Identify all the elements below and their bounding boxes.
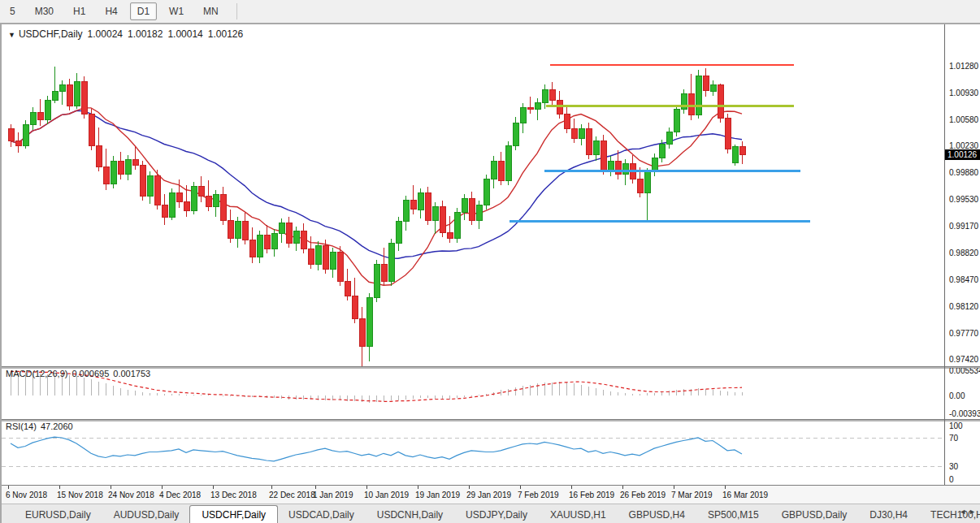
macd-indicator-label: MACD(12,26,9)0.0006950.001753 [6, 369, 150, 378]
ohlc-close: 1.00126 [208, 28, 243, 40]
x-axis-label: 16 Feb 2019 [569, 491, 614, 499]
current-price-badge: 1.00126 [945, 149, 980, 160]
x-axis-tick [111, 486, 111, 489]
y-axis-label: 0.98120 [949, 302, 978, 311]
price-axis-border [944, 24, 945, 485]
x-axis-label: 29 Jan 2019 [466, 491, 511, 499]
chart-tab-xauusd-h1[interactable]: XAUUSD,H1 [540, 507, 617, 523]
y-axis-label: 1.01280 [949, 62, 978, 71]
timeframe-toolbar: 5M30H1H4D1W1MN [0, 0, 980, 24]
mt4-application: 5M30H1H4D1W1MN ▼USDCHF,Daily1.000241.001… [0, 0, 980, 523]
tab-scroll-right-icon[interactable]: ► [969, 508, 978, 516]
x-axis-tick [622, 486, 623, 489]
x-axis-tick [674, 486, 674, 489]
chart-title: ▼USDCHF,Daily1.000241.001821.000141.0012… [8, 28, 243, 40]
tf-button-h4[interactable]: H4 [98, 2, 124, 20]
chart-tab-usdjpy-daily[interactable]: USDJPY,Daily [455, 507, 538, 523]
ohlc-high: 1.00182 [128, 28, 163, 40]
chart-tab-bar: EURUSD,DailyAUDUSD,DailyUSDCHF,DailyUSDC… [2, 504, 980, 523]
y-axis-label: 0.99170 [949, 222, 978, 231]
y-axis-label: 0.99530 [949, 195, 978, 204]
rsi-panel-canvas[interactable] [2, 421, 944, 485]
toolbar-separator [236, 3, 237, 19]
chart-tab-eurusd-daily[interactable]: EURUSD,Daily [15, 507, 102, 523]
x-axis-tick [271, 486, 272, 489]
rsi-axis-label: 100 [949, 421, 963, 430]
x-axis-label: 15 Nov 2018 [57, 491, 103, 499]
tf-button-m30[interactable]: M30 [28, 2, 61, 20]
chart-window: ▼USDCHF,Daily1.000241.001821.000141.0012… [0, 23, 980, 523]
y-axis-label: 0.97420 [949, 355, 978, 364]
x-axis-label: 13 Dec 2018 [210, 491, 257, 499]
x-axis-tick [59, 486, 60, 489]
rsi-axis-label: 0 [949, 475, 954, 484]
tf-button-5[interactable]: 5 [2, 2, 23, 20]
tab-scroll-buttons: ◄► [959, 508, 978, 516]
ohlc-open: 1.00024 [88, 28, 123, 40]
y-axis-label: 0.98470 [949, 275, 978, 284]
x-axis-tick [469, 486, 470, 489]
y-axis-label: 0.99880 [949, 168, 978, 177]
macd-axis[interactable]: 0.0055340.00-0.003936 [947, 368, 980, 419]
tf-button-mn[interactable]: MN [196, 2, 226, 20]
x-axis-tick [571, 486, 572, 489]
x-axis-tick [725, 486, 726, 489]
tf-button-h1[interactable]: H1 [66, 2, 93, 20]
chart-dropdown-icon[interactable]: ▼ [8, 31, 15, 39]
chart-tab-sp500-m15[interactable]: SP500,M15 [697, 507, 770, 523]
price-axis[interactable]: 1.012801.009301.005801.002300.998800.995… [947, 24, 980, 366]
x-axis-tick [418, 486, 418, 489]
x-axis-label: 7 Mar 2019 [671, 491, 713, 499]
tf-button-d1[interactable]: D1 [130, 2, 157, 20]
x-axis-label: 19 Jan 2019 [415, 491, 460, 499]
chart-tab-usdchf-daily[interactable]: USDCHF,Daily [189, 505, 278, 523]
chart-tab-gbpusd-h4[interactable]: GBPUSD,H4 [618, 507, 696, 523]
rsi-axis-label: 30 [949, 462, 958, 471]
macd-axis-label: 0.00 [949, 391, 965, 400]
chart-tab-usdcnh-daily[interactable]: USDCNH,Daily [366, 507, 453, 523]
x-axis-label: 1 Jan 2019 [313, 491, 353, 499]
symbol-period-label: USDCHF,Daily [19, 28, 83, 40]
panel-splitter[interactable] [2, 419, 980, 421]
macd-axis-label: -0.003936 [949, 409, 980, 418]
y-axis-label: 1.00930 [949, 89, 978, 97]
x-axis-tick [366, 486, 367, 489]
rsi-axis[interactable]: 10070300 [947, 421, 980, 485]
x-axis-label: 4 Dec 2018 [159, 491, 201, 499]
y-axis-label: 1.00580 [949, 115, 978, 124]
x-axis-tick [8, 486, 9, 489]
x-axis-label: 24 Nov 2018 [108, 491, 154, 499]
x-axis-tick [315, 486, 316, 489]
tf-button-w1[interactable]: W1 [162, 2, 191, 20]
chart-tab-audusd-daily[interactable]: AUDUSD,Daily [103, 507, 190, 523]
x-axis-label: 7 Feb 2019 [518, 491, 559, 499]
chart-tab-dj30-h4[interactable]: DJ30,H4 [859, 507, 918, 523]
x-axis-tick [213, 486, 214, 489]
x-axis-tick [520, 486, 521, 489]
x-axis-label: 16 Mar 2019 [722, 491, 768, 499]
x-axis-label: 6 Nov 2018 [6, 491, 47, 499]
y-axis-label: 0.98820 [949, 249, 978, 257]
rsi-axis-label: 70 [949, 434, 958, 443]
ohlc-low: 1.00014 [167, 28, 202, 40]
y-axis-label: 0.97770 [949, 329, 978, 338]
chart-tab-usdcad-daily[interactable]: USDCAD,Daily [278, 507, 365, 523]
rsi-indicator-label: RSI(14)47.2060 [6, 421, 73, 431]
macd-axis-label: 0.005534 [949, 368, 980, 375]
x-axis-label: 22 Dec 2018 [269, 491, 315, 499]
tab-scroll-left-icon[interactable]: ◄ [959, 508, 969, 516]
chart-tab-gbpusd-daily[interactable]: GBPUSD,Daily [771, 507, 858, 523]
x-axis-label: 10 Jan 2019 [364, 491, 409, 499]
price-chart-canvas[interactable] [2, 24, 944, 368]
x-axis-tick [162, 486, 163, 489]
x-axis-label: 26 Feb 2019 [620, 491, 666, 499]
time-axis[interactable]: 6 Nov 201815 Nov 201824 Nov 20184 Dec 20… [2, 485, 980, 504]
